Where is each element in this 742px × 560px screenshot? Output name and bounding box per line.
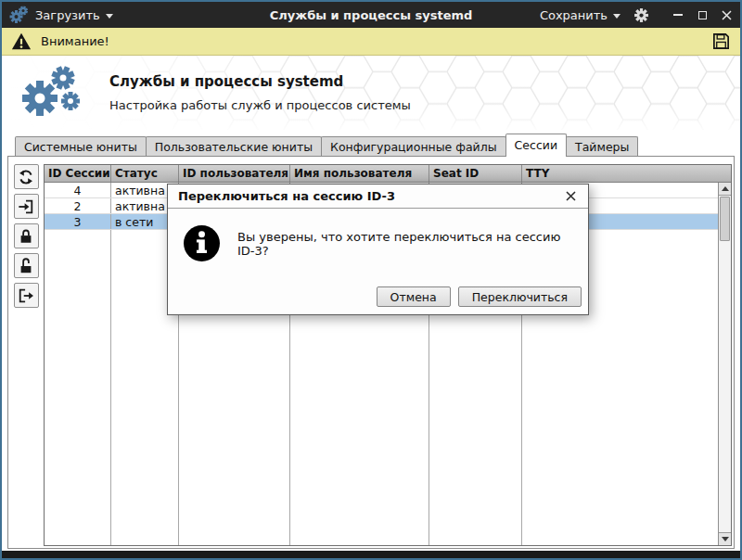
titlebar: Загрузить Службы и процессы systemd Сохр… (2, 2, 740, 28)
cell-session-id: 3 (45, 214, 111, 229)
close-icon (722, 10, 732, 20)
dialog-message: Вы уверены, что хотите переключиться на … (237, 230, 573, 258)
header-gears-icon (20, 65, 80, 121)
tab-bar: Системные юниты Пользовательские юниты К… (2, 130, 740, 156)
lock-session-button[interactable] (14, 223, 39, 248)
terminate-session-icon (18, 287, 34, 304)
dialog-button-row: Отмена Переключиться (168, 286, 588, 314)
window-controls (672, 8, 733, 21)
close-button[interactable] (720, 8, 733, 21)
lock-icon (18, 228, 34, 245)
tab-config-files[interactable]: Конфигурационные файлы (321, 136, 506, 156)
switch-session-dialog: Переключиться на сессию ID-3 Вы уверены,… (167, 184, 589, 315)
switch-session-button[interactable] (14, 194, 39, 219)
scroll-up-icon (722, 186, 729, 191)
save-file-icon (711, 32, 731, 51)
tab-timers[interactable]: Таймеры (566, 136, 638, 156)
scroll-thumb[interactable] (720, 197, 730, 241)
tab-system-units[interactable]: Системные юниты (15, 136, 147, 156)
scroll-track[interactable] (719, 196, 731, 532)
page-subtitle: Настройка работы служб и процессов систе… (109, 98, 411, 112)
app-window: Загрузить Службы и процессы systemd Сохр… (0, 0, 742, 560)
unlock-icon (18, 258, 34, 274)
terminate-session-button[interactable] (14, 283, 39, 308)
scroll-up-button[interactable] (719, 183, 731, 196)
page-title: Службы и процессы systemd (109, 73, 411, 90)
unlock-session-button[interactable] (14, 253, 39, 278)
vertical-scrollbar[interactable] (718, 183, 731, 545)
info-icon (183, 224, 221, 262)
load-menu-label: Загрузить (35, 8, 100, 22)
column-header-user-id[interactable]: ID пользователя (179, 165, 290, 182)
switch-session-icon (18, 198, 34, 215)
page-header: Службы и процессы systemd Настройка рабо… (2, 56, 740, 130)
scroll-down-icon (722, 537, 729, 541)
dropdown-icon (613, 14, 620, 19)
save-file-button[interactable] (711, 32, 731, 51)
column-header-session-id[interactable]: ID Сессии (45, 165, 111, 182)
scroll-down-button[interactable] (719, 532, 731, 545)
warning-label: Внимание! (41, 34, 109, 48)
close-icon (566, 191, 576, 201)
save-menu-button[interactable]: Сохранить (540, 8, 620, 22)
confirm-switch-button[interactable]: Переключиться (458, 286, 582, 307)
cell-session-id: 2 (45, 198, 111, 213)
minimize-button[interactable] (672, 8, 684, 21)
warning-icon (11, 32, 32, 52)
dropdown-icon (106, 14, 113, 19)
window-bottom-edge (2, 551, 740, 558)
grid-column (45, 230, 111, 545)
settings-gear-icon[interactable] (633, 7, 649, 23)
load-menu-button[interactable]: Загрузить (35, 8, 113, 22)
cancel-button[interactable]: Отмена (377, 286, 451, 307)
session-toolbar (8, 157, 44, 548)
app-gears-icon (9, 6, 28, 24)
dialog-titlebar: Переключиться на сессию ID-3 (168, 185, 588, 209)
column-header-seat-id[interactable]: Seat ID (429, 165, 522, 182)
maximize-icon (698, 11, 707, 19)
dialog-close-button[interactable] (563, 189, 578, 204)
maximize-button[interactable] (696, 8, 709, 21)
cell-session-id: 4 (45, 183, 111, 197)
minimize-icon (673, 14, 683, 16)
save-menu-label: Сохранить (540, 8, 608, 22)
dialog-title: Переключиться на сессию ID-3 (178, 189, 563, 203)
refresh-icon (18, 169, 34, 185)
tab-sessions[interactable]: Сессии (505, 134, 567, 157)
column-header-user-name[interactable]: Имя пользователя (290, 165, 429, 182)
warning-bar: Внимание! (2, 28, 740, 56)
refresh-button[interactable] (14, 164, 39, 189)
tab-user-units[interactable]: Пользовательские юниты (146, 136, 322, 156)
column-header-tty[interactable]: TTY (522, 165, 731, 182)
table-header: ID Сессии Статус ID пользователя Имя пол… (45, 165, 731, 183)
column-header-status[interactable]: Статус (111, 165, 179, 182)
